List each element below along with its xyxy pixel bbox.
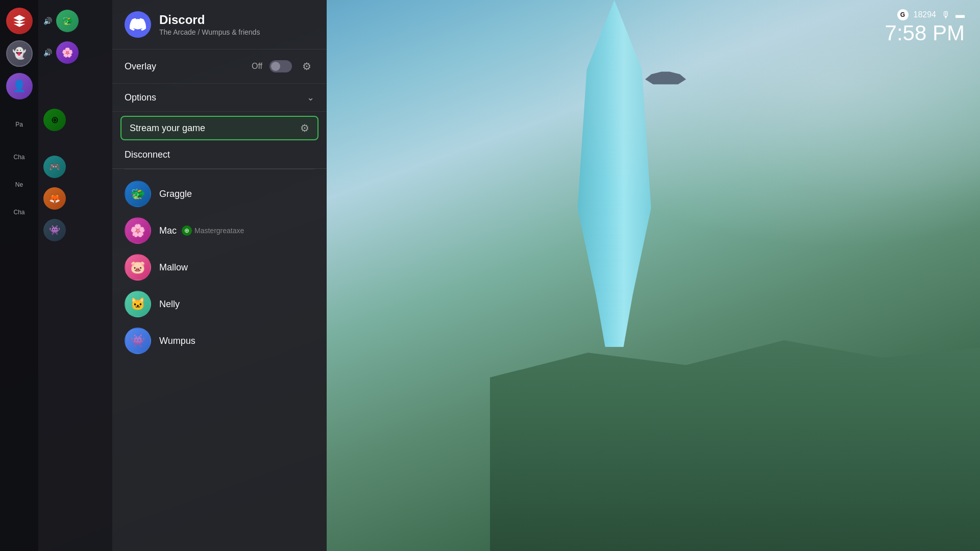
stream-settings-icon[interactable]: ⚙ — [300, 122, 309, 134]
xbox-gamertag: Mastergreataxe — [194, 227, 244, 235]
member-name-block-graggle: Graggle — [159, 189, 192, 199]
sidebar-avatar-4[interactable]: 🦊 — [43, 187, 66, 210]
sidebar-icon-app[interactable] — [6, 8, 33, 34]
sidebar-avatar-2[interactable]: 🌸 — [56, 41, 79, 64]
member-name-nelly: Nelly — [159, 299, 180, 310]
left-sidebar: 👻 👤 Pa Cha Ne Cha 🔊 🐲 🔊 🌸 ⊕ 🎮 — [0, 0, 112, 551]
sidebar-label-ne: Ne — [15, 181, 23, 188]
volume-icon-1: 🔊 — [43, 17, 52, 25]
member-row[interactable]: 🐱Nelly — [112, 286, 327, 322]
overlay-toggle[interactable] — [270, 60, 292, 72]
member-name-block-wumpus: Wumpus — [159, 336, 195, 346]
discord-panel: Discord The Arcade / Wumpus & friends Ov… — [112, 0, 327, 551]
clock: 7:58 PM — [885, 22, 965, 44]
achievement-icon: G — [897, 9, 909, 20]
member-name-block-nelly: Nelly — [159, 299, 180, 310]
status-bar: G 18294 🎙 ▬ 7:58 PM — [885, 9, 965, 44]
battery-icon: ▬ — [955, 10, 965, 20]
sidebar-icon-user[interactable]: 👤 — [6, 73, 33, 99]
member-row[interactable]: 🌸Mac⊕Mastergreataxe — [112, 212, 327, 249]
member-avatar-nelly: 🐱 — [125, 291, 151, 317]
volume-icon-2: 🔊 — [43, 48, 52, 57]
members-list: 🐲Graggle🌸Mac⊕Mastergreataxe🐷Mallow🐱Nelly… — [112, 169, 327, 551]
discord-app-name: Discord — [159, 13, 260, 27]
sidebar-label-pa: Pa — [15, 121, 23, 128]
discord-title-block: Discord The Arcade / Wumpus & friends — [159, 13, 260, 36]
disconnect-label: Disconnect — [125, 149, 170, 160]
chevron-down-icon: ⌄ — [307, 92, 314, 103]
discord-channel: The Arcade / Wumpus & friends — [159, 28, 260, 36]
member-avatar-mallow: 🐷 — [125, 254, 151, 281]
member-name-wumpus: Wumpus — [159, 336, 195, 346]
sidebar-avatar-5[interactable]: 👾 — [43, 219, 66, 241]
stream-game-button[interactable]: Stream your game ⚙ — [120, 116, 318, 140]
member-name-block-mac: Mac⊕Mastergreataxe — [159, 226, 244, 236]
sidebar-label-cha2: Cha — [13, 209, 24, 216]
avatar-column: 🔊 🐲 🔊 🌸 ⊕ 🎮 🦊 👾 — [38, 0, 112, 551]
sidebar-avatar-3[interactable]: 🎮 — [43, 156, 66, 178]
disconnect-row[interactable]: Disconnect — [112, 144, 327, 169]
sidebar-icon-ghost[interactable]: 👻 — [6, 40, 33, 67]
member-row[interactable]: 🐷Mallow — [112, 249, 327, 286]
discord-logo — [125, 11, 151, 38]
overlay-settings-button[interactable]: ⚙ — [299, 59, 314, 74]
overlay-status: Off — [252, 62, 262, 71]
xbox-icon: ⊕ — [182, 226, 192, 236]
member-row[interactable]: 🐲Graggle — [112, 176, 327, 212]
member-name-mallow: Mallow — [159, 262, 188, 273]
stream-game-label: Stream your game — [130, 123, 205, 134]
member-avatar-graggle: 🐲 — [125, 181, 151, 207]
achievement-score: 18294 — [914, 10, 937, 19]
overlay-row: Overlay Off ⚙ — [112, 49, 327, 84]
overlay-label: Overlay — [125, 61, 156, 72]
microphone-icon: 🎙 — [941, 10, 950, 20]
member-row[interactable]: 👾Wumpus — [112, 322, 327, 359]
options-label: Options — [125, 92, 156, 103]
sidebar-avatar-1[interactable]: 🐲 — [56, 10, 79, 32]
overlay-controls: Off ⚙ — [252, 59, 314, 74]
discord-header: Discord The Arcade / Wumpus & friends — [112, 0, 327, 49]
sidebar-avatar-xbox[interactable]: ⊕ — [43, 109, 66, 131]
member-name-graggle: Graggle — [159, 189, 192, 199]
xbox-badge: ⊕Mastergreataxe — [182, 226, 244, 236]
member-name-block-mallow: Mallow — [159, 262, 188, 273]
sidebar-label-cha1: Cha — [13, 154, 24, 161]
app-icon-column: 👻 👤 Pa Cha Ne Cha — [0, 0, 38, 551]
member-avatar-wumpus: 👾 — [125, 328, 151, 354]
member-avatar-mac: 🌸 — [125, 217, 151, 244]
options-row[interactable]: Options ⌄ — [112, 84, 327, 112]
member-name-mac: Mac — [159, 226, 177, 236]
